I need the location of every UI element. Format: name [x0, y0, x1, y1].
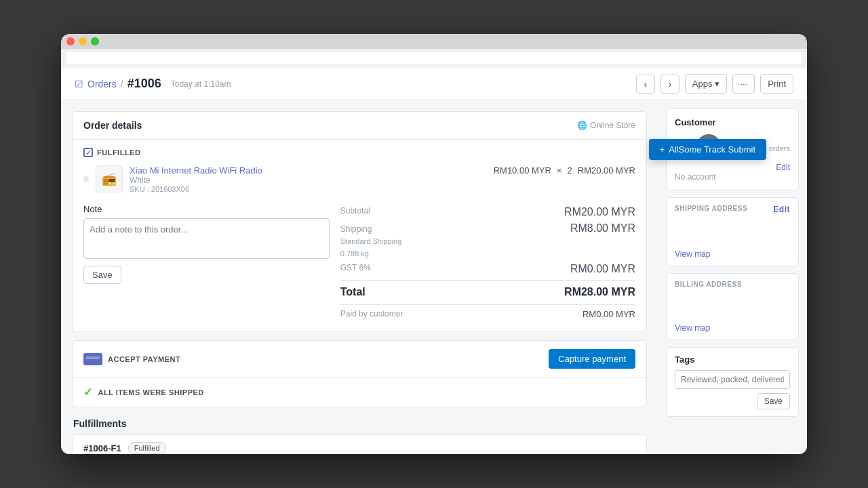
- tags-title: Tags: [675, 354, 790, 365]
- tags-section: Tags Save: [666, 347, 799, 417]
- left-panel: Order details 🌐 Online Store ✓ FULFILLED: [61, 100, 658, 454]
- subtotal-value: RM20.00 MYR: [564, 206, 635, 218]
- note-textarea[interactable]: [83, 218, 330, 259]
- shipping-view-map-link[interactable]: View map: [675, 249, 790, 259]
- no-account: No account: [675, 172, 790, 182]
- plus-icon: +: [660, 144, 665, 155]
- nav-actions: ‹ › Apps ▾ ··· Print: [636, 74, 793, 94]
- subtotal-row: Subtotal RM20.00 MYR: [340, 204, 635, 220]
- shipping-labels: Shipping Standard Shipping 0.788 kg: [340, 222, 402, 259]
- payment-icon: [83, 353, 102, 365]
- product-pricing: RM10.00 MYR × 2 RM20.00 MYR: [494, 165, 635, 176]
- total-value: RM28.00 MYR: [564, 286, 635, 298]
- fulfillment-header: #1006-F1 Fulfilled: [73, 435, 646, 454]
- maximize-button[interactable]: [91, 37, 99, 45]
- breadcrumb-separator: /: [121, 79, 123, 89]
- gst-row: GST 6% RM0.00 MYR: [340, 261, 635, 277]
- orders-link[interactable]: Orders: [87, 79, 117, 89]
- customer-edit-link[interactable]: Edit: [675, 163, 790, 172]
- allsome-popup[interactable]: + AllSome Track Submit: [649, 139, 766, 160]
- product-image: 📻: [96, 165, 123, 192]
- shipping-address-header: SHIPPING ADDRESS Edit: [675, 205, 790, 214]
- browser-bar: [61, 49, 807, 68]
- paid-value: RM0.00 MYR: [583, 309, 635, 319]
- svg-rect-1: [86, 357, 100, 359]
- product-row: 📻 Xiao Mi Internet Radio WiFi Radio Whit…: [83, 165, 635, 193]
- paid-row: Paid by customer RM0.00 MYR: [340, 304, 635, 323]
- order-details-header: Order details 🌐 Online Store: [73, 112, 646, 140]
- accept-payment-label: ACCEPT PAYMENT: [83, 353, 180, 365]
- nav-checkbox-icon: ☑: [75, 79, 83, 89]
- store-label: Online Store: [590, 121, 635, 130]
- fulfilled-check-icon: ✓: [83, 148, 93, 157]
- product-dot: [83, 176, 89, 182]
- next-button[interactable]: ›: [660, 75, 679, 94]
- product-name[interactable]: Xiao Mi Internet Radio WiFi Radio: [130, 165, 487, 176]
- chevron-down-icon: ▾: [715, 79, 719, 89]
- order-details-card: Order details 🌐 Online Store ✓ FULFILLED: [72, 111, 647, 332]
- breadcrumb: ☑ Orders / #1006 Today at 1:10am: [75, 77, 231, 91]
- fulfillment-id: #1006-F1: [83, 443, 121, 453]
- total-row: Total RM28.00 MYR: [340, 280, 635, 300]
- shipping-edit-link[interactable]: Edit: [773, 205, 790, 214]
- line-total: RM20.00 MYR: [578, 165, 635, 176]
- billing-view-map-link[interactable]: View map: [675, 323, 790, 333]
- order-details-title: Order details: [83, 120, 142, 131]
- shipping-value: RM8.00 MYR: [570, 222, 635, 259]
- note-summary-row: Note Save Subtotal RM20.00 MYR: [83, 204, 635, 323]
- prev-button[interactable]: ‹: [636, 75, 655, 94]
- shipping-address-section: SHIPPING ADDRESS Edit View map: [666, 197, 799, 266]
- tags-input[interactable]: [675, 370, 790, 389]
- apps-button[interactable]: Apps ▾: [685, 74, 728, 94]
- fulfillments-card: #1006-F1 Fulfilled Carrier Other Trackin…: [72, 434, 647, 454]
- order-details-body: ✓ FULFILLED 📻 Xiao Mi Internet Radio WiF…: [73, 140, 646, 331]
- minimize-button[interactable]: [79, 37, 87, 45]
- order-time: Today at 1:10am: [171, 79, 231, 89]
- ellipsis-button[interactable]: ···: [732, 74, 755, 94]
- payment-section: ACCEPT PAYMENT Capture payment ✓ ALL ITE…: [72, 340, 647, 407]
- product-sku: SKU : 201603X06: [130, 185, 487, 193]
- fulfillments-heading: Fulfillments: [72, 415, 647, 432]
- url-bar[interactable]: [66, 52, 802, 64]
- note-label: Note: [83, 204, 330, 214]
- product-info: Xiao Mi Internet Radio WiFi Radio White …: [130, 165, 487, 193]
- note-section: Note Save: [83, 204, 330, 323]
- customer-title: Customer: [675, 117, 790, 127]
- capture-payment-button[interactable]: Capture payment: [549, 349, 635, 369]
- shipping-address-content: [675, 218, 790, 245]
- tags-save-button[interactable]: Save: [757, 393, 790, 409]
- multiply-sign: ×: [557, 165, 562, 176]
- shipped-check-icon: ✓: [83, 386, 93, 399]
- order-id: #1006: [127, 77, 161, 91]
- store-badge: 🌐 Online Store: [577, 121, 635, 130]
- billing-address-content: [675, 292, 790, 319]
- gst-value: RM0.00 MYR: [570, 263, 635, 275]
- allsome-label: AllSome Track Submit: [669, 144, 755, 155]
- shipping-row: Shipping Standard Shipping 0.788 kg RM8.…: [340, 220, 635, 261]
- fulfilled-badge: ✓ FULFILLED: [83, 148, 635, 157]
- top-nav: ☑ Orders / #1006 Today at 1:10am ‹ › App…: [61, 68, 807, 100]
- billing-address-header: BILLING ADDRESS: [675, 281, 790, 288]
- billing-address-section: BILLING ADDRESS View map: [666, 273, 799, 340]
- summary-section: Subtotal RM20.00 MYR Shipping Standard S…: [340, 204, 635, 323]
- quantity: 2: [568, 165, 572, 176]
- globe-icon: 🌐: [577, 121, 587, 130]
- accept-payment-row: ACCEPT PAYMENT Capture payment: [73, 341, 646, 378]
- unit-price: RM10.00 MYR: [494, 165, 551, 176]
- note-save-button[interactable]: Save: [83, 266, 121, 284]
- fulfillment-status-badge: Fulfilled: [128, 442, 166, 454]
- shipped-row: ✓ ALL ITEMS WERE SHIPPED: [73, 378, 646, 407]
- product-variant: White: [130, 176, 487, 185]
- close-button[interactable]: [66, 37, 75, 45]
- print-button[interactable]: Print: [760, 74, 793, 94]
